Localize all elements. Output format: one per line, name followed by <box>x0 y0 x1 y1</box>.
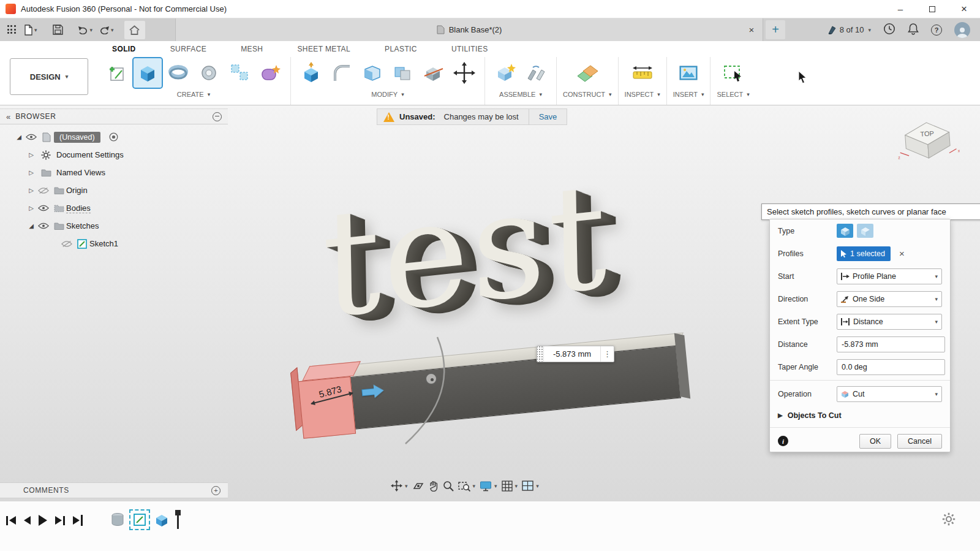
pan-button[interactable] <box>429 481 439 492</box>
visibility-eye-off-icon[interactable] <box>59 240 75 248</box>
close-button[interactable]: × <box>948 0 980 18</box>
visibility-eye-off-icon[interactable] <box>36 187 51 194</box>
expand-toggle-icon[interactable]: ▷ <box>27 187 36 194</box>
group-label-create[interactable]: CREATE▾ <box>177 91 210 98</box>
tab-utilities[interactable]: UTILITIES <box>451 45 488 53</box>
save-link[interactable]: Save <box>529 109 567 124</box>
combine-button[interactable] <box>389 58 417 88</box>
new-tab-button[interactable]: + <box>766 20 785 39</box>
extruded-text-body[interactable]: test <box>321 162 610 339</box>
tree-row-bodies[interactable]: ▷ Bodies <box>0 199 228 217</box>
visibility-eye-icon[interactable] <box>23 134 39 140</box>
job-status-button[interactable] <box>883 23 895 37</box>
drag-grip[interactable] <box>537 346 544 362</box>
minimize-button[interactable]: – <box>884 0 916 18</box>
ok-button[interactable]: OK <box>859 434 891 449</box>
tree-row-sketches[interactable]: ◢ Sketches <box>0 217 228 235</box>
home-button[interactable] <box>124 21 145 39</box>
tab-surface[interactable]: SURFACE <box>170 45 206 53</box>
group-label-select[interactable]: SELECT▾ <box>717 91 749 98</box>
user-avatar[interactable] <box>954 22 970 38</box>
view-cube[interactable]: TOP x z <box>895 115 960 167</box>
sweep-button[interactable] <box>195 58 223 88</box>
step-back-button[interactable] <box>24 512 31 528</box>
input-options-button[interactable]: ⋮ <box>600 346 614 362</box>
timeline-feature-extrude[interactable] <box>153 511 170 528</box>
clear-selection-icon[interactable]: × <box>899 248 905 259</box>
extrude-direction-arrow[interactable] <box>361 384 385 399</box>
tab-sheet-metal[interactable]: SHEET METAL <box>297 45 350 53</box>
select-button[interactable] <box>719 58 747 88</box>
app-menu-button[interactable] <box>4 21 20 39</box>
expand-toggle-icon[interactable]: ◢ <box>27 222 36 229</box>
expand-toggle-icon[interactable]: ▷ <box>27 151 36 158</box>
new-component-button[interactable] <box>491 58 519 88</box>
expand-toggle-icon[interactable]: ▷ <box>27 169 36 176</box>
objects-to-cut-section[interactable]: ▶ Objects To Cut <box>770 405 950 425</box>
group-label-modify[interactable]: MODIFY▾ <box>371 91 404 98</box>
timeline-settings-button[interactable] <box>942 512 956 528</box>
measure-button[interactable] <box>628 58 657 88</box>
split-body-button[interactable] <box>420 58 448 88</box>
activate-component-radio[interactable] <box>109 132 118 142</box>
timeline-feature-sketch1[interactable] <box>131 511 148 528</box>
expand-toggle-icon[interactable]: ◢ <box>15 134 23 140</box>
section-expand-icon[interactable]: ▶ <box>778 412 783 419</box>
tree-row-origin[interactable]: ▷ Origin <box>0 181 228 199</box>
move-copy-button[interactable] <box>450 58 478 88</box>
cancel-button[interactable]: Cancel <box>897 434 942 449</box>
construct-plane-button[interactable] <box>573 58 601 88</box>
add-comment-icon[interactable]: + <box>211 486 221 495</box>
view-cube-face-label[interactable]: TOP <box>920 129 934 138</box>
display-settings-button[interactable]: ▾ <box>480 481 497 492</box>
shell-button[interactable] <box>358 58 386 88</box>
play-button[interactable] <box>39 512 47 528</box>
press-pull-button[interactable] <box>297 58 325 88</box>
zoom-window-button[interactable]: ▾ <box>458 481 476 492</box>
timeline-position-marker[interactable] <box>175 510 181 529</box>
extrude-type-solid-button[interactable] <box>837 224 853 238</box>
maximize-button[interactable] <box>916 0 948 18</box>
collapse-panel-icon[interactable]: « <box>6 112 10 121</box>
profiles-selection-button[interactable]: 1 selected <box>837 246 891 261</box>
extrude-type-thin-button[interactable] <box>857 224 873 238</box>
undo-button[interactable]: ▾ <box>76 21 95 39</box>
viewports-button[interactable]: ▾ <box>522 481 539 491</box>
file-menu-button[interactable]: ▾ <box>22 21 39 39</box>
timeline-feature-base[interactable] <box>109 511 126 528</box>
create-sketch-button[interactable] <box>103 58 131 88</box>
viewport-distance-input[interactable] <box>544 346 600 362</box>
operation-select[interactable]: Cut ▾ <box>837 386 942 402</box>
minimize-panel-icon[interactable] <box>213 112 222 121</box>
extent-type-select[interactable]: Distance ▾ <box>837 314 942 330</box>
group-label-inspect[interactable]: INSPECT▾ <box>625 91 660 98</box>
direction-select[interactable]: One Side ▾ <box>837 291 942 307</box>
visibility-eye-icon[interactable] <box>36 205 51 211</box>
create-form-button[interactable] <box>256 58 284 88</box>
group-label-assemble[interactable]: ASSEMBLE▾ <box>499 91 542 98</box>
joint-button[interactable] <box>522 58 550 88</box>
info-icon[interactable]: i <box>778 436 788 446</box>
tab-solid[interactable]: SOLID <box>112 45 136 53</box>
center-point-manipulator[interactable] <box>425 373 437 385</box>
look-at-button[interactable] <box>412 481 424 491</box>
pattern-button[interactable] <box>225 58 254 88</box>
start-select[interactable]: Profile Plane ▾ <box>837 268 942 284</box>
distance-input[interactable] <box>837 336 945 352</box>
save-button[interactable] <box>50 21 66 39</box>
extrude-button[interactable] <box>134 58 162 88</box>
tab-plastic[interactable]: PLASTIC <box>385 45 417 53</box>
root-component-label[interactable]: (Unsaved) <box>54 132 100 143</box>
document-tab[interactable]: Blank Base*(2) × <box>175 18 763 41</box>
go-to-end-button[interactable] <box>73 512 83 528</box>
extension-tokens-badge[interactable]: 8 of 10 ▾ <box>827 25 871 35</box>
redo-button[interactable]: ▾ <box>97 21 116 39</box>
group-label-insert[interactable]: INSERT▾ <box>673 91 704 98</box>
viewport-canvas[interactable]: 5.873 test ! Unsaved: Changes may be los… <box>0 105 980 501</box>
expand-toggle-icon[interactable]: ▷ <box>27 205 36 211</box>
tree-row-sketch1[interactable]: Sketch1 <box>0 235 228 253</box>
orbit-button[interactable]: ▾ <box>391 480 408 492</box>
visibility-eye-icon[interactable] <box>36 222 51 229</box>
zoom-button[interactable] <box>443 481 454 492</box>
fillet-button[interactable] <box>328 58 356 88</box>
